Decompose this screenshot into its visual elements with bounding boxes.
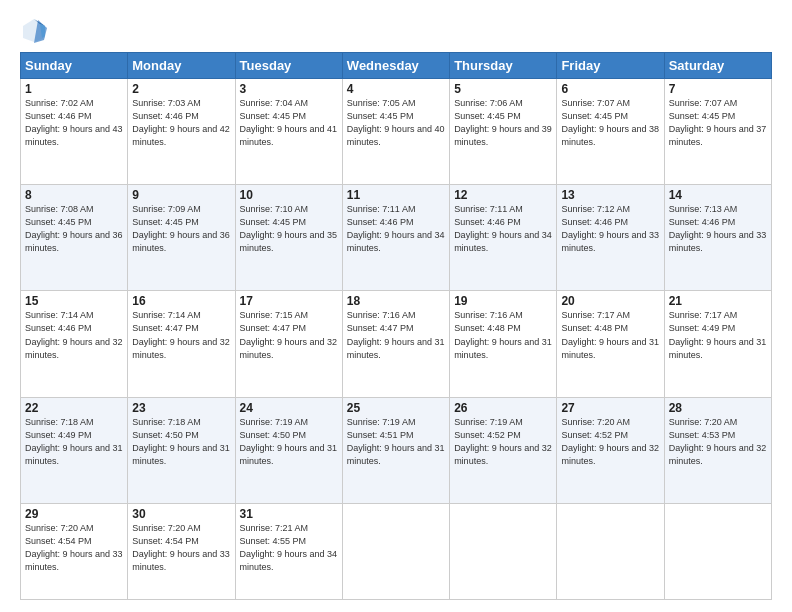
logo-icon xyxy=(20,16,48,44)
calendar-week-1: 1Sunrise: 7:02 AMSunset: 4:46 PMDaylight… xyxy=(21,79,772,185)
day-info: Sunrise: 7:12 AMSunset: 4:46 PMDaylight:… xyxy=(561,203,659,255)
calendar-cell: 19Sunrise: 7:16 AMSunset: 4:48 PMDayligh… xyxy=(450,291,557,397)
calendar-cell: 8Sunrise: 7:08 AMSunset: 4:45 PMDaylight… xyxy=(21,185,128,291)
calendar-cell: 6Sunrise: 7:07 AMSunset: 4:45 PMDaylight… xyxy=(557,79,664,185)
calendar-cell: 4Sunrise: 7:05 AMSunset: 4:45 PMDaylight… xyxy=(342,79,449,185)
day-info: Sunrise: 7:03 AMSunset: 4:46 PMDaylight:… xyxy=(132,97,230,149)
day-number: 23 xyxy=(132,401,230,415)
day-number: 19 xyxy=(454,294,552,308)
day-number: 31 xyxy=(240,507,338,521)
calendar-cell: 31Sunrise: 7:21 AMSunset: 4:55 PMDayligh… xyxy=(235,503,342,599)
day-info: Sunrise: 7:13 AMSunset: 4:46 PMDaylight:… xyxy=(669,203,767,255)
day-info: Sunrise: 7:20 AMSunset: 4:52 PMDaylight:… xyxy=(561,416,659,468)
calendar-cell: 28Sunrise: 7:20 AMSunset: 4:53 PMDayligh… xyxy=(664,397,771,503)
calendar-cell: 12Sunrise: 7:11 AMSunset: 4:46 PMDayligh… xyxy=(450,185,557,291)
day-number: 24 xyxy=(240,401,338,415)
calendar-cell: 15Sunrise: 7:14 AMSunset: 4:46 PMDayligh… xyxy=(21,291,128,397)
day-number: 5 xyxy=(454,82,552,96)
calendar-cell: 14Sunrise: 7:13 AMSunset: 4:46 PMDayligh… xyxy=(664,185,771,291)
calendar-cell: 10Sunrise: 7:10 AMSunset: 4:45 PMDayligh… xyxy=(235,185,342,291)
calendar-cell: 7Sunrise: 7:07 AMSunset: 4:45 PMDaylight… xyxy=(664,79,771,185)
day-header-monday: Monday xyxy=(128,53,235,79)
day-number: 9 xyxy=(132,188,230,202)
day-number: 6 xyxy=(561,82,659,96)
calendar-cell: 22Sunrise: 7:18 AMSunset: 4:49 PMDayligh… xyxy=(21,397,128,503)
day-info: Sunrise: 7:20 AMSunset: 4:54 PMDaylight:… xyxy=(132,522,230,574)
day-header-friday: Friday xyxy=(557,53,664,79)
calendar-cell: 26Sunrise: 7:19 AMSunset: 4:52 PMDayligh… xyxy=(450,397,557,503)
day-info: Sunrise: 7:21 AMSunset: 4:55 PMDaylight:… xyxy=(240,522,338,574)
calendar-cell xyxy=(450,503,557,599)
logo xyxy=(20,16,52,44)
day-info: Sunrise: 7:16 AMSunset: 4:47 PMDaylight:… xyxy=(347,309,445,361)
day-number: 14 xyxy=(669,188,767,202)
day-info: Sunrise: 7:18 AMSunset: 4:50 PMDaylight:… xyxy=(132,416,230,468)
day-info: Sunrise: 7:07 AMSunset: 4:45 PMDaylight:… xyxy=(561,97,659,149)
day-number: 27 xyxy=(561,401,659,415)
calendar-cell: 5Sunrise: 7:06 AMSunset: 4:45 PMDaylight… xyxy=(450,79,557,185)
day-info: Sunrise: 7:14 AMSunset: 4:46 PMDaylight:… xyxy=(25,309,123,361)
day-number: 11 xyxy=(347,188,445,202)
calendar-week-2: 8Sunrise: 7:08 AMSunset: 4:45 PMDaylight… xyxy=(21,185,772,291)
calendar-cell: 23Sunrise: 7:18 AMSunset: 4:50 PMDayligh… xyxy=(128,397,235,503)
day-number: 2 xyxy=(132,82,230,96)
day-number: 28 xyxy=(669,401,767,415)
calendar-cell: 16Sunrise: 7:14 AMSunset: 4:47 PMDayligh… xyxy=(128,291,235,397)
day-number: 15 xyxy=(25,294,123,308)
day-number: 4 xyxy=(347,82,445,96)
day-header-saturday: Saturday xyxy=(664,53,771,79)
day-info: Sunrise: 7:19 AMSunset: 4:52 PMDaylight:… xyxy=(454,416,552,468)
calendar-cell: 25Sunrise: 7:19 AMSunset: 4:51 PMDayligh… xyxy=(342,397,449,503)
day-info: Sunrise: 7:09 AMSunset: 4:45 PMDaylight:… xyxy=(132,203,230,255)
day-info: Sunrise: 7:16 AMSunset: 4:48 PMDaylight:… xyxy=(454,309,552,361)
day-info: Sunrise: 7:17 AMSunset: 4:49 PMDaylight:… xyxy=(669,309,767,361)
day-info: Sunrise: 7:18 AMSunset: 4:49 PMDaylight:… xyxy=(25,416,123,468)
day-info: Sunrise: 7:19 AMSunset: 4:50 PMDaylight:… xyxy=(240,416,338,468)
calendar-cell: 21Sunrise: 7:17 AMSunset: 4:49 PMDayligh… xyxy=(664,291,771,397)
calendar-cell xyxy=(664,503,771,599)
day-number: 7 xyxy=(669,82,767,96)
day-header-thursday: Thursday xyxy=(450,53,557,79)
calendar-cell: 17Sunrise: 7:15 AMSunset: 4:47 PMDayligh… xyxy=(235,291,342,397)
calendar-cell xyxy=(557,503,664,599)
day-info: Sunrise: 7:02 AMSunset: 4:46 PMDaylight:… xyxy=(25,97,123,149)
day-info: Sunrise: 7:05 AMSunset: 4:45 PMDaylight:… xyxy=(347,97,445,149)
calendar-cell: 20Sunrise: 7:17 AMSunset: 4:48 PMDayligh… xyxy=(557,291,664,397)
header xyxy=(20,16,772,44)
day-info: Sunrise: 7:17 AMSunset: 4:48 PMDaylight:… xyxy=(561,309,659,361)
day-number: 1 xyxy=(25,82,123,96)
day-info: Sunrise: 7:20 AMSunset: 4:54 PMDaylight:… xyxy=(25,522,123,574)
day-number: 20 xyxy=(561,294,659,308)
day-number: 22 xyxy=(25,401,123,415)
calendar-week-3: 15Sunrise: 7:14 AMSunset: 4:46 PMDayligh… xyxy=(21,291,772,397)
calendar-cell: 9Sunrise: 7:09 AMSunset: 4:45 PMDaylight… xyxy=(128,185,235,291)
page: SundayMondayTuesdayWednesdayThursdayFrid… xyxy=(0,0,792,612)
day-info: Sunrise: 7:06 AMSunset: 4:45 PMDaylight:… xyxy=(454,97,552,149)
day-number: 25 xyxy=(347,401,445,415)
calendar-week-5: 29Sunrise: 7:20 AMSunset: 4:54 PMDayligh… xyxy=(21,503,772,599)
day-number: 12 xyxy=(454,188,552,202)
day-number: 13 xyxy=(561,188,659,202)
calendar-header-row: SundayMondayTuesdayWednesdayThursdayFrid… xyxy=(21,53,772,79)
calendar-table: SundayMondayTuesdayWednesdayThursdayFrid… xyxy=(20,52,772,600)
day-number: 29 xyxy=(25,507,123,521)
day-header-sunday: Sunday xyxy=(21,53,128,79)
day-info: Sunrise: 7:19 AMSunset: 4:51 PMDaylight:… xyxy=(347,416,445,468)
day-info: Sunrise: 7:11 AMSunset: 4:46 PMDaylight:… xyxy=(454,203,552,255)
calendar-cell: 24Sunrise: 7:19 AMSunset: 4:50 PMDayligh… xyxy=(235,397,342,503)
calendar-cell: 13Sunrise: 7:12 AMSunset: 4:46 PMDayligh… xyxy=(557,185,664,291)
day-number: 3 xyxy=(240,82,338,96)
calendar-week-4: 22Sunrise: 7:18 AMSunset: 4:49 PMDayligh… xyxy=(21,397,772,503)
day-header-wednesday: Wednesday xyxy=(342,53,449,79)
day-info: Sunrise: 7:20 AMSunset: 4:53 PMDaylight:… xyxy=(669,416,767,468)
day-number: 30 xyxy=(132,507,230,521)
day-info: Sunrise: 7:14 AMSunset: 4:47 PMDaylight:… xyxy=(132,309,230,361)
day-number: 10 xyxy=(240,188,338,202)
calendar-cell: 3Sunrise: 7:04 AMSunset: 4:45 PMDaylight… xyxy=(235,79,342,185)
calendar-cell: 11Sunrise: 7:11 AMSunset: 4:46 PMDayligh… xyxy=(342,185,449,291)
day-info: Sunrise: 7:10 AMSunset: 4:45 PMDaylight:… xyxy=(240,203,338,255)
day-info: Sunrise: 7:08 AMSunset: 4:45 PMDaylight:… xyxy=(25,203,123,255)
day-number: 8 xyxy=(25,188,123,202)
day-info: Sunrise: 7:15 AMSunset: 4:47 PMDaylight:… xyxy=(240,309,338,361)
day-number: 21 xyxy=(669,294,767,308)
